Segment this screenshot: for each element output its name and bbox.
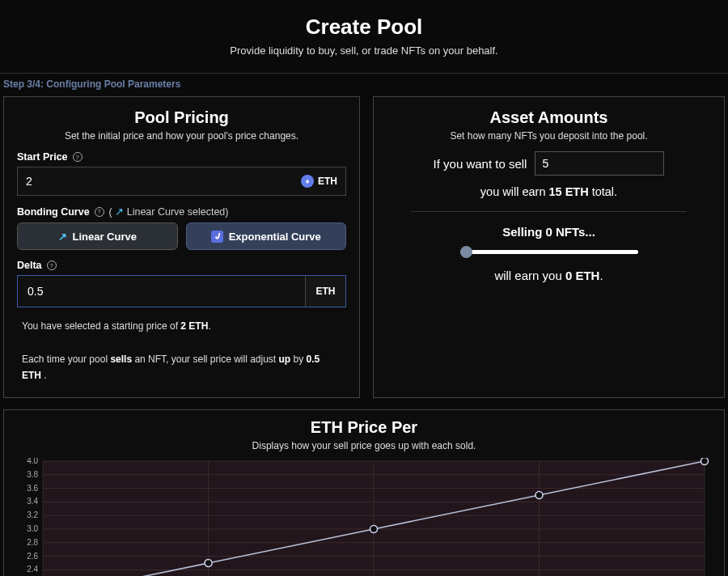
info-icon[interactable]: ? [95,207,104,217]
exponential-curve-button[interactable]: 𝙅 Exponential Curve [186,222,347,250]
selling-count-line: Selling 0 NFTs... [387,225,711,239]
trend-up-icon: ↗ [58,231,67,243]
divider [411,211,687,212]
svg-text:4.0: 4.0 [27,458,38,465]
sell-prefix: If you want to sell [434,157,527,171]
chart-title: ETH Price Per [15,418,713,437]
chart-subtitle: Displays how your sell price goes up wit… [15,440,713,451]
svg-text:3.6: 3.6 [27,483,38,492]
start-price-label: Start Price ? [17,151,346,163]
pricing-explanation: You have selected a starting price of 2 … [17,318,346,384]
svg-text:2.6: 2.6 [27,551,38,560]
svg-text:3.0: 3.0 [27,524,38,533]
pool-pricing-subtitle: Set the initial price and how your pool'… [17,130,346,142]
token-symbol: ETH [318,176,337,187]
svg-point-37 [700,458,708,465]
divider [0,73,728,74]
eth-icon: ♦ [301,175,314,188]
delta-input-wrap[interactable]: ETH [17,275,346,307]
price-chart-panel: ETH Price Per Displays how your sell pri… [3,409,725,576]
sell-count-input[interactable] [542,157,684,170]
svg-point-35 [370,525,378,532]
svg-text:3.4: 3.4 [27,497,38,506]
svg-text:2.4: 2.4 [27,565,38,574]
svg-point-36 [535,491,543,498]
start-price-input-wrap[interactable]: ♦ ETH [17,167,346,196]
asset-amounts-panel: Asset Amounts Set how many NFTs you depo… [373,96,725,398]
bonding-curve-label: Bonding Curve ? ( ↗ Linear Curve selecte… [17,205,346,218]
sell-slider[interactable] [460,250,638,254]
info-icon[interactable]: ? [73,152,83,162]
info-icon[interactable]: ? [47,260,57,270]
page-title: Create Pool [0,15,728,40]
pool-pricing-title: Pool Pricing [17,108,346,127]
sell-count-input-wrap[interactable] [535,151,664,176]
price-chart: 2.02.22.42.62.83.03.23.43.63.84.012345 [15,458,713,576]
pool-pricing-panel: Pool Pricing Set the initial price and h… [3,96,360,398]
earn-total-line: you will earn 15 ETH total. [387,185,711,198]
asset-amounts-subtitle: Set how many NFTs you deposit into the p… [387,130,711,142]
linear-curve-button[interactable]: ↗ Linear Curve [17,222,178,250]
exponential-icon: 𝙅 [211,231,223,243]
step-indicator: Step 3/4: Configuring Pool Parameters [0,78,728,96]
svg-text:3.8: 3.8 [27,469,38,478]
page-subtitle: Provide liquidity to buy, sell, or trade… [0,44,728,57]
asset-amounts-title: Asset Amounts [387,108,711,127]
svg-text:2.8: 2.8 [27,537,38,546]
trend-up-icon: ↗ [115,206,124,218]
delta-label: Delta ? [17,260,346,271]
svg-point-34 [205,559,212,566]
earn-partial-line: will earn you 0 ETH. [387,269,711,282]
svg-text:3.2: 3.2 [27,510,38,519]
start-price-input[interactable] [26,175,301,188]
delta-unit: ETH [305,276,345,307]
delta-input[interactable] [18,276,305,307]
